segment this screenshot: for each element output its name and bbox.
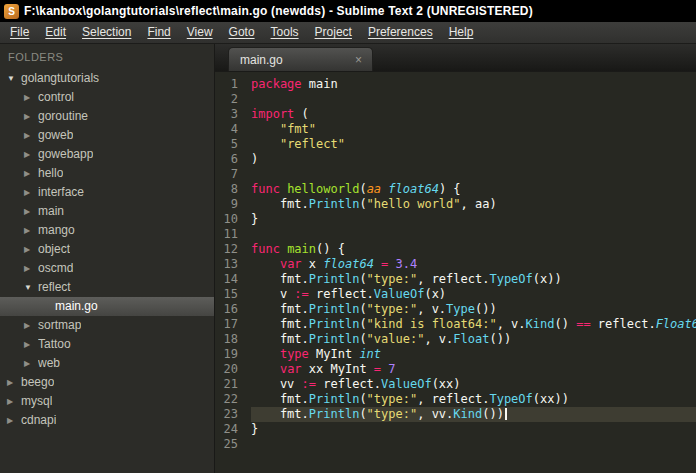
disclosure-closed-icon[interactable]: ▶ bbox=[7, 411, 21, 430]
code-text: var xx MyInt = 7 bbox=[251, 362, 696, 377]
tree-item-sortmap[interactable]: ▶sortmap bbox=[0, 316, 214, 335]
code-text: vv := reflect.ValueOf(xx) bbox=[251, 377, 696, 392]
tree-item-reflect[interactable]: ▼reflect bbox=[0, 278, 214, 297]
code-line-13[interactable]: 13 var x float64 = 3.4 bbox=[215, 257, 696, 272]
tree-item-label: main bbox=[38, 202, 64, 221]
disclosure-closed-icon[interactable]: ▶ bbox=[7, 373, 21, 392]
tree-item-label: beego bbox=[21, 373, 54, 392]
tree-item-beego[interactable]: ▶beego bbox=[0, 373, 214, 392]
tab-main-go[interactable]: main.go × bbox=[228, 47, 373, 71]
code-line-24[interactable]: 24} bbox=[215, 422, 696, 437]
disclosure-closed-icon[interactable]: ▶ bbox=[24, 240, 38, 259]
code-line-20[interactable]: 20 var xx MyInt = 7 bbox=[215, 362, 696, 377]
tab-close-icon[interactable]: × bbox=[353, 53, 364, 67]
code-line-17[interactable]: 17 fmt.Println("kind is float64:", v.Kin… bbox=[215, 317, 696, 332]
code-text: ) bbox=[251, 152, 696, 167]
menu-edit[interactable]: Edit bbox=[37, 22, 74, 43]
disclosure-closed-icon[interactable]: ▶ bbox=[24, 354, 38, 373]
text-cursor bbox=[505, 408, 507, 420]
code-line-22[interactable]: 22 fmt.Println("type:", reflect.TypeOf(x… bbox=[215, 392, 696, 407]
menu-tools[interactable]: Tools bbox=[263, 22, 307, 43]
code-line-21[interactable]: 21 vv := reflect.ValueOf(xx) bbox=[215, 377, 696, 392]
tree-item-cdnapi[interactable]: ▶cdnapi bbox=[0, 411, 214, 430]
disclosure-closed-icon[interactable]: ▶ bbox=[24, 335, 38, 354]
tree-item-gowebapp[interactable]: ▶gowebapp bbox=[0, 145, 214, 164]
code-text bbox=[251, 167, 696, 182]
code-line-2[interactable]: 2 bbox=[215, 92, 696, 107]
titlebar[interactable]: S F:\kanbox\golangtutorials\reflect\main… bbox=[0, 0, 696, 22]
line-number: 1 bbox=[215, 77, 251, 92]
tree-item-mango[interactable]: ▶mango bbox=[0, 221, 214, 240]
code-line-15[interactable]: 15 v := reflect.ValueOf(x) bbox=[215, 287, 696, 302]
disclosure-open-icon[interactable]: ▼ bbox=[7, 69, 21, 88]
menu-view[interactable]: View bbox=[179, 22, 221, 43]
disclosure-closed-icon[interactable]: ▶ bbox=[24, 88, 38, 107]
tree-item-goweb[interactable]: ▶goweb bbox=[0, 126, 214, 145]
code-text: type MyInt int bbox=[251, 347, 696, 362]
tree-item-goroutine[interactable]: ▶goroutine bbox=[0, 107, 214, 126]
code-line-19[interactable]: 19 type MyInt int bbox=[215, 347, 696, 362]
line-number: 11 bbox=[215, 227, 251, 242]
tree-item-label: goroutine bbox=[38, 107, 88, 126]
line-number: 24 bbox=[215, 422, 251, 437]
disclosure-closed-icon[interactable]: ▶ bbox=[24, 164, 38, 183]
tree-item-mysql[interactable]: ▶mysql bbox=[0, 392, 214, 411]
code-line-25[interactable]: 25 bbox=[215, 437, 696, 452]
tree-item-main.go[interactable]: main.go bbox=[0, 297, 214, 316]
tree-item-main[interactable]: ▶main bbox=[0, 202, 214, 221]
disclosure-closed-icon[interactable]: ▶ bbox=[24, 202, 38, 221]
code-line-11[interactable]: 11 bbox=[215, 227, 696, 242]
disclosure-open-icon[interactable]: ▼ bbox=[24, 278, 38, 297]
disclosure-closed-icon[interactable]: ▶ bbox=[24, 259, 38, 278]
tree-item-label: cdnapi bbox=[21, 411, 56, 430]
code-editor[interactable]: 1package main23import (4 "fmt"5 "reflect… bbox=[215, 72, 696, 473]
code-line-8[interactable]: 8func helloworld(aa float64) { bbox=[215, 182, 696, 197]
code-line-12[interactable]: 12func main() { bbox=[215, 242, 696, 257]
tree-item-object[interactable]: ▶object bbox=[0, 240, 214, 259]
menu-help[interactable]: Help bbox=[441, 22, 482, 43]
sublime-text-icon[interactable]: S bbox=[4, 4, 19, 19]
code-line-7[interactable]: 7 bbox=[215, 167, 696, 182]
code-line-1[interactable]: 1package main bbox=[215, 77, 696, 92]
code-line-9[interactable]: 9 fmt.Println("hello world", aa) bbox=[215, 197, 696, 212]
code-line-16[interactable]: 16 fmt.Println("type:", v.Type()) bbox=[215, 302, 696, 317]
code-line-23[interactable]: 23 fmt.Println("type:", vv.Kind()) bbox=[215, 407, 696, 422]
tree-item-control[interactable]: ▶control bbox=[0, 88, 214, 107]
code-line-14[interactable]: 14 fmt.Println("type:", reflect.TypeOf(x… bbox=[215, 272, 696, 287]
line-number: 6 bbox=[215, 152, 251, 167]
menu-project[interactable]: Project bbox=[307, 22, 360, 43]
disclosure-closed-icon[interactable]: ▶ bbox=[24, 183, 38, 202]
disclosure-closed-icon[interactable]: ▶ bbox=[24, 221, 38, 240]
code-line-10[interactable]: 10} bbox=[215, 212, 696, 227]
disclosure-closed-icon[interactable]: ▶ bbox=[24, 107, 38, 126]
tree-item-golangtutorials[interactable]: ▼golangtutorials bbox=[0, 69, 214, 88]
code-line-6[interactable]: 6) bbox=[215, 152, 696, 167]
menu-find[interactable]: Find bbox=[139, 22, 178, 43]
menu-selection[interactable]: Selection bbox=[74, 22, 139, 43]
folder-tree: ▼golangtutorials▶control▶goroutine▶goweb… bbox=[0, 69, 214, 430]
code-text bbox=[251, 227, 696, 242]
code-line-4[interactable]: 4 "fmt" bbox=[215, 122, 696, 137]
line-number: 13 bbox=[215, 257, 251, 272]
code-line-18[interactable]: 18 fmt.Println("value:", v.Float()) bbox=[215, 332, 696, 347]
tree-item-oscmd[interactable]: ▶oscmd bbox=[0, 259, 214, 278]
tree-item-label: oscmd bbox=[38, 259, 73, 278]
code-line-5[interactable]: 5 "reflect" bbox=[215, 137, 696, 152]
code-text: } bbox=[251, 422, 696, 437]
code-line-3[interactable]: 3import ( bbox=[215, 107, 696, 122]
menu-file[interactable]: File bbox=[2, 22, 37, 43]
line-number: 18 bbox=[215, 332, 251, 347]
tree-item-web[interactable]: ▶web bbox=[0, 354, 214, 373]
tree-item-Tattoo[interactable]: ▶Tattoo bbox=[0, 335, 214, 354]
line-number: 4 bbox=[215, 122, 251, 137]
line-number: 17 bbox=[215, 317, 251, 332]
disclosure-closed-icon[interactable]: ▶ bbox=[7, 392, 21, 411]
disclosure-closed-icon[interactable]: ▶ bbox=[24, 316, 38, 335]
line-number: 12 bbox=[215, 242, 251, 257]
disclosure-closed-icon[interactable]: ▶ bbox=[24, 126, 38, 145]
tree-item-interface[interactable]: ▶interface bbox=[0, 183, 214, 202]
menu-preferences[interactable]: Preferences bbox=[360, 22, 441, 43]
disclosure-closed-icon[interactable]: ▶ bbox=[24, 145, 38, 164]
tree-item-hello[interactable]: ▶hello bbox=[0, 164, 214, 183]
menu-goto[interactable]: Goto bbox=[221, 22, 263, 43]
